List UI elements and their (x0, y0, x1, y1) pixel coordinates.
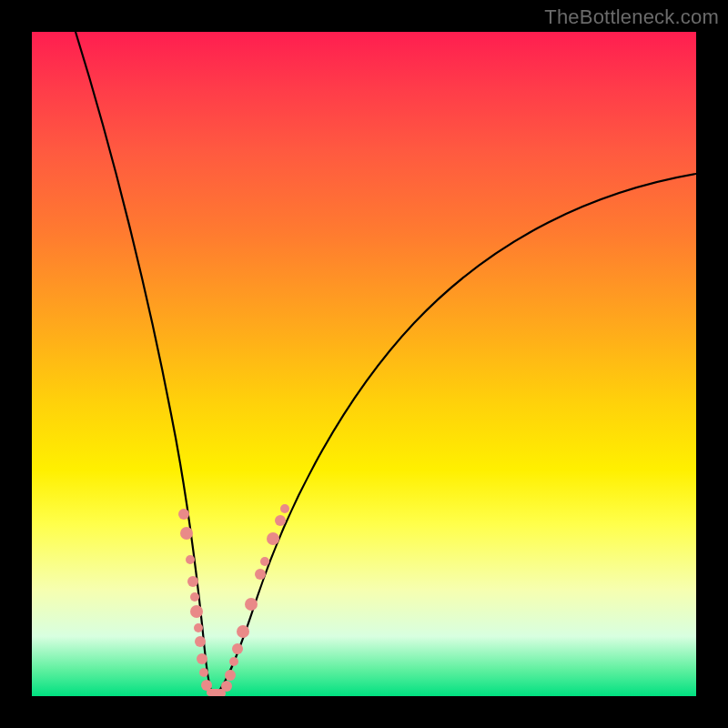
svg-point-19 (245, 598, 258, 611)
svg-point-18 (237, 625, 249, 638)
watermark-text: TheBottleneck.com (544, 5, 719, 29)
chart-frame: TheBottleneck.com (0, 0, 728, 728)
svg-point-7 (195, 636, 206, 647)
svg-point-6 (194, 623, 203, 632)
marker-dots (178, 504, 289, 696)
svg-point-8 (197, 653, 207, 664)
svg-point-17 (232, 643, 243, 654)
svg-point-1 (180, 527, 193, 540)
svg-point-2 (186, 555, 195, 564)
curve-right-branch (214, 174, 696, 695)
svg-point-3 (187, 576, 198, 587)
svg-point-23 (275, 515, 286, 526)
svg-point-9 (199, 668, 208, 677)
svg-point-22 (267, 532, 279, 545)
plot-area (32, 32, 696, 696)
svg-point-0 (178, 509, 189, 520)
svg-point-24 (280, 504, 289, 513)
bottleneck-curve (32, 32, 696, 696)
svg-point-4 (190, 592, 199, 602)
svg-point-21 (260, 557, 269, 566)
svg-point-16 (229, 657, 238, 666)
svg-point-14 (221, 681, 232, 692)
svg-point-15 (225, 670, 236, 681)
svg-point-20 (255, 569, 266, 580)
svg-point-5 (190, 605, 203, 618)
